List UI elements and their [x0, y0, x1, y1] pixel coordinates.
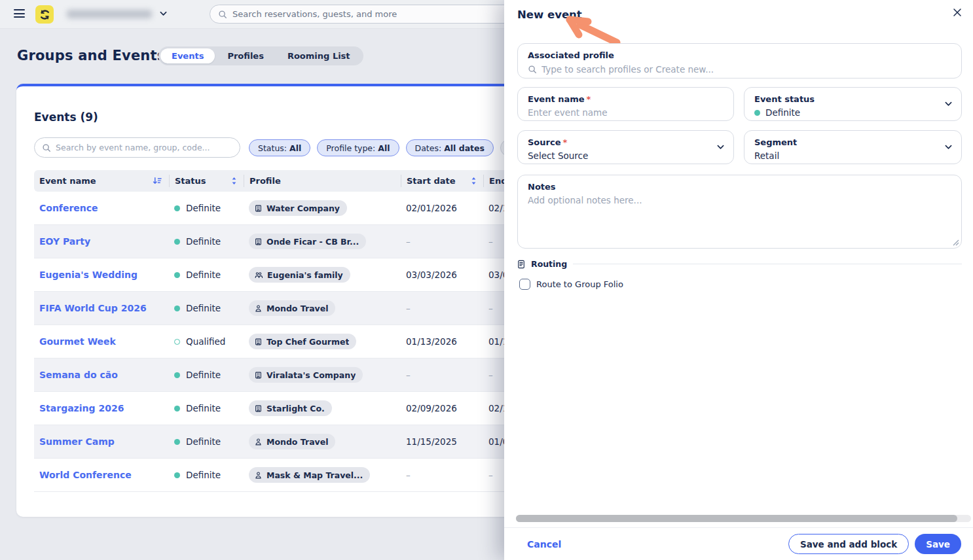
- close-icon[interactable]: [952, 7, 963, 18]
- status-label: Qualified: [186, 336, 225, 347]
- event-name-link[interactable]: Eugenia's Wedding: [39, 270, 138, 280]
- start-date-cell: 01/13/2026: [401, 336, 483, 347]
- sort-toggle-icon[interactable]: [471, 177, 477, 185]
- start-date-cell: –: [401, 470, 483, 480]
- event-name-link[interactable]: Stargazing 2026: [39, 403, 124, 413]
- profile-chip: Mondo Travel: [249, 434, 335, 449]
- event-name-link[interactable]: Gourmet Week: [39, 336, 116, 347]
- status-dot: [174, 239, 180, 245]
- profile-chip-label: Mondo Travel: [266, 437, 328, 447]
- column-status[interactable]: Status: [169, 175, 244, 187]
- status-label: Definite: [186, 236, 221, 247]
- company-icon: [254, 237, 263, 246]
- event-name-link[interactable]: EOY Party: [39, 236, 90, 247]
- scrollbar-thumb[interactable]: [516, 515, 957, 522]
- save-and-add-block-button[interactable]: Save and add block: [788, 534, 909, 554]
- profile-chip: Water Company: [249, 200, 347, 216]
- status-dot: [174, 306, 180, 311]
- status-dot: [174, 406, 180, 411]
- tab-rooming-list[interactable]: Rooming List: [276, 48, 361, 63]
- search-icon: [42, 143, 51, 152]
- company-icon: [254, 338, 263, 346]
- agent-icon: [254, 304, 263, 313]
- status-label: Definite: [186, 470, 221, 480]
- event-status-select[interactable]: Event status Definite: [744, 87, 962, 121]
- tab-profiles[interactable]: Profiles: [216, 48, 275, 63]
- page-tabs: Events Profiles Rooming List: [158, 46, 363, 65]
- associated-profile-input[interactable]: [542, 64, 951, 75]
- chevron-down-icon: [945, 101, 952, 107]
- profile-chip: Eugenia's family: [249, 267, 350, 283]
- start-date-cell: 11/15/2025: [401, 436, 483, 447]
- property-chevron-down-icon[interactable]: [159, 10, 167, 18]
- event-name-link[interactable]: FIFA World Cup 2026: [39, 303, 147, 313]
- profile-chip: Top Chef Gourmet: [249, 334, 356, 349]
- profile-chip-label: Mask & Map Travel...: [266, 470, 363, 480]
- cancel-button[interactable]: Cancel: [527, 539, 561, 550]
- horizontal-scrollbar[interactable]: [516, 515, 971, 522]
- event-name-field[interactable]: Event name*: [517, 87, 734, 121]
- filter-profile-type[interactable]: Profile type:All: [317, 139, 399, 156]
- start-date-cell: 02/01/2026: [401, 203, 483, 213]
- segment-select[interactable]: Segment Retail: [744, 130, 962, 164]
- events-search-input[interactable]: [56, 143, 232, 152]
- company-icon: [254, 204, 263, 213]
- sort-descending-icon[interactable]: [153, 177, 162, 185]
- status-dot: [754, 110, 760, 116]
- status-dot: [174, 339, 180, 345]
- filter-status[interactable]: Status:All: [249, 139, 310, 156]
- events-search-bar[interactable]: [34, 137, 240, 158]
- profile-chip: Viralata's Company: [249, 367, 363, 383]
- hamburger-menu-icon[interactable]: [14, 9, 25, 18]
- tab-events[interactable]: Events: [160, 48, 215, 63]
- save-button[interactable]: Save: [915, 534, 961, 554]
- column-event-name[interactable]: Event name: [34, 175, 169, 187]
- event-name-link[interactable]: Summer Camp: [39, 436, 115, 447]
- filter-dates[interactable]: Dates:All dates: [406, 139, 494, 156]
- status-label: Definite: [186, 403, 221, 413]
- event-name-link[interactable]: Semana do cão: [39, 370, 118, 380]
- agent-icon: [254, 471, 263, 480]
- routing-document-icon: [517, 260, 525, 269]
- status-label: Definite: [186, 303, 221, 313]
- profile-chip-label: Top Chef Gourmet: [266, 337, 349, 347]
- family-icon: [254, 271, 263, 279]
- agent-icon: [254, 438, 263, 446]
- status-dot: [174, 439, 180, 445]
- status-dot: [174, 472, 180, 478]
- column-profile[interactable]: Profile: [244, 175, 401, 187]
- app-logo[interactable]: [35, 5, 54, 24]
- search-icon: [218, 10, 227, 19]
- profile-chip-label: Starlight Co.: [266, 404, 325, 413]
- route-to-group-folio-checkbox[interactable]: [519, 279, 530, 290]
- events-count-heading: Events (9): [34, 111, 98, 124]
- sort-toggle-icon[interactable]: [231, 177, 237, 185]
- profile-chip: Mask & Map Travel...: [249, 467, 370, 483]
- start-date-cell: –: [401, 236, 483, 247]
- new-event-drawer: New event Associated profile Event name*…: [504, 0, 973, 560]
- column-start-date[interactable]: Start date: [401, 175, 483, 187]
- status-dot: [174, 372, 180, 378]
- app-window: Groups and Events Events Profiles Roomin…: [0, 0, 973, 560]
- notes-field[interactable]: Notes: [517, 175, 962, 249]
- property-name-blurred: [67, 10, 152, 18]
- notes-textarea[interactable]: [528, 195, 951, 246]
- logo-swirl-icon: [39, 9, 51, 21]
- profile-chip-label: Mondo Travel: [266, 304, 328, 313]
- page-title: Groups and Events: [17, 48, 165, 63]
- profile-chip-label: Onde Ficar - CB Br...: [266, 237, 359, 247]
- event-name-input[interactable]: [528, 107, 724, 118]
- divider: [573, 264, 962, 264]
- source-select[interactable]: Source* Select Source: [517, 130, 734, 164]
- associated-profile-field[interactable]: Associated profile: [517, 43, 962, 79]
- event-name-link[interactable]: World Conference: [39, 470, 132, 480]
- start-date-cell: 02/09/2026: [401, 403, 483, 413]
- status-dot: [174, 205, 180, 211]
- search-icon: [528, 65, 537, 74]
- required-asterisk: *: [587, 94, 591, 104]
- required-asterisk: *: [562, 137, 567, 147]
- profile-chip-label: Water Company: [266, 203, 340, 213]
- event-name-link[interactable]: Conference: [39, 203, 98, 213]
- resize-handle[interactable]: [953, 239, 959, 246]
- status-label: Definite: [186, 370, 221, 380]
